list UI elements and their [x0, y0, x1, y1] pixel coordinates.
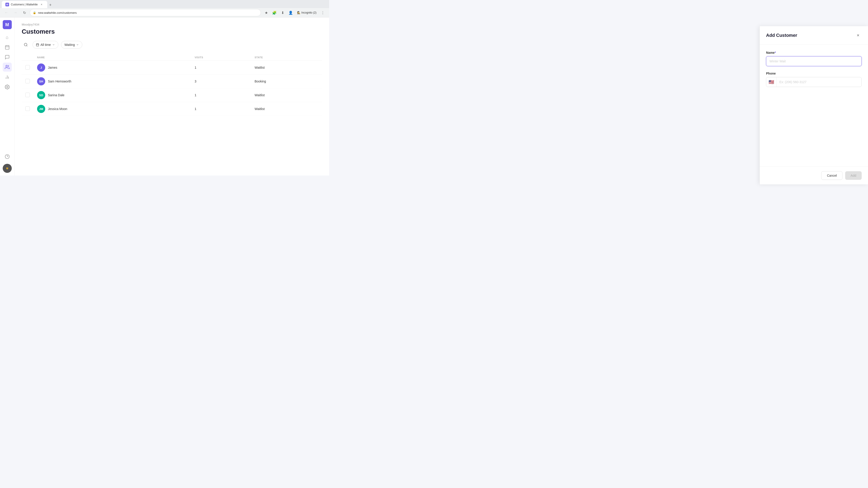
customer-name: Sarina Dale: [48, 93, 64, 97]
bookmark-button[interactable]: ★: [263, 9, 270, 16]
customer-name: Jessica Moon: [48, 107, 67, 111]
incognito-label: Incognito (2): [301, 11, 316, 14]
filter-waiting-label: Waiting: [64, 43, 75, 46]
row-name-cell: SH Sam Hemsworth: [33, 74, 191, 88]
row-checkbox-cell: [22, 102, 33, 116]
new-tab-button[interactable]: +: [47, 2, 54, 8]
sidebar-item-home[interactable]: ⌂: [3, 33, 12, 42]
customer-avatar: SD: [37, 91, 45, 99]
menu-button[interactable]: ⋮: [319, 9, 327, 16]
row-checkbox-cell: [22, 61, 33, 74]
row-checkbox[interactable]: [25, 106, 30, 111]
table-row[interactable]: J James 1 Waitlist: [22, 61, 322, 74]
sidebar-item-customers[interactable]: [3, 63, 12, 72]
sidebar: M ⌂: [0, 18, 14, 175]
tab-bar: W Customers | Waitwhile × +: [0, 0, 329, 8]
sidebar-item-settings[interactable]: [3, 83, 12, 92]
browser-chrome: W Customers | Waitwhile × + ← → ↻ 🔒 new.…: [0, 0, 329, 18]
row-state-cell: Waitlist: [251, 88, 322, 102]
col-state: STATE: [251, 54, 322, 61]
lock-icon: 🔒: [33, 11, 36, 14]
active-tab[interactable]: W Customers | Waitwhile ×: [2, 1, 47, 8]
row-name-cell: J James: [33, 61, 191, 74]
org-name: Moodjoy7434: [22, 23, 322, 26]
col-checkbox: [22, 54, 33, 61]
row-checkbox-cell: [22, 88, 33, 102]
extensions-button[interactable]: 🧩: [271, 9, 278, 16]
row-checkbox[interactable]: [25, 79, 30, 84]
sidebar-item-analytics[interactable]: [3, 72, 12, 82]
row-name-cell: SD Sarina Dale: [33, 88, 191, 102]
incognito-button[interactable]: 🕵 Incognito (2): [295, 10, 318, 15]
sidebar-item-calendar[interactable]: [3, 43, 12, 52]
customer-table: NAME VISITS STATE J James 1 Waitlist: [22, 54, 322, 116]
table-row[interactable]: JM Jessica Moon 1 Waitlist: [22, 102, 322, 116]
row-visits-cell: 1: [191, 88, 251, 102]
svg-point-8: [6, 86, 8, 88]
customer-name: Sam Hemsworth: [48, 79, 71, 83]
incognito-icon: 🕵: [297, 11, 301, 14]
svg-rect-0: [5, 46, 9, 50]
col-name: NAME: [33, 54, 191, 61]
tab-favicon: W: [5, 3, 9, 6]
search-button[interactable]: [22, 41, 30, 49]
sidebar-logo: M: [3, 20, 12, 29]
row-state-cell: Waitlist: [251, 61, 322, 74]
forward-button[interactable]: →: [12, 9, 19, 16]
user-avatar[interactable]: 🐱: [3, 164, 12, 173]
row-state-cell: Waitlist: [251, 102, 322, 116]
filter-all-time-label: All time: [40, 43, 51, 46]
sidebar-item-chat[interactable]: [3, 53, 12, 62]
address-bar[interactable]: 🔒 new.waitwhile.com/customers: [30, 9, 261, 16]
page-title: Customers: [22, 28, 322, 35]
row-visits-cell: 1: [191, 61, 251, 74]
table-row[interactable]: SD Sarina Dale 1 Waitlist: [22, 88, 322, 102]
row-visits-cell: 1: [191, 102, 251, 116]
row-checkbox[interactable]: [25, 65, 30, 70]
svg-rect-13: [36, 43, 39, 46]
address-bar-row: ← → ↻ 🔒 new.waitwhile.com/customers ★ 🧩 …: [0, 8, 329, 17]
customer-avatar: J: [37, 64, 45, 72]
svg-point-4: [6, 65, 7, 67]
table-row[interactable]: SH Sam Hemsworth 3 Booking: [22, 74, 322, 88]
back-button[interactable]: ←: [3, 9, 10, 16]
col-visits: VISITS: [191, 54, 251, 61]
row-name-cell: JM Jessica Moon: [33, 102, 191, 116]
app-container: M ⌂: [0, 18, 329, 175]
main-content: Moodjoy7434 Customers All time: [14, 18, 329, 175]
download-button[interactable]: ⬇: [279, 9, 286, 16]
row-visits-cell: 3: [191, 74, 251, 88]
help-button[interactable]: [3, 152, 12, 161]
reload-button[interactable]: ↻: [21, 9, 28, 16]
filter-all-time-button[interactable]: All time: [33, 41, 58, 48]
tab-close-button[interactable]: ×: [39, 2, 43, 6]
svg-point-11: [24, 43, 27, 46]
customer-name: James: [48, 66, 57, 69]
tab-title: Customers | Waitwhile: [11, 3, 38, 6]
toolbar: All time Waiting: [22, 41, 322, 49]
browser-toolbar-right: ★ 🧩 ⬇ 👤 🕵 Incognito (2) ⋮: [263, 9, 327, 16]
row-checkbox-cell: [22, 74, 33, 88]
customer-avatar: JM: [37, 105, 45, 113]
profile-button[interactable]: 👤: [287, 9, 294, 16]
filter-waiting-button[interactable]: Waiting: [61, 41, 82, 48]
address-text: new.waitwhile.com/customers: [38, 11, 258, 14]
customer-avatar: SH: [37, 77, 45, 86]
svg-line-12: [26, 45, 27, 46]
row-state-cell: Booking: [251, 74, 322, 88]
row-checkbox[interactable]: [25, 93, 30, 97]
